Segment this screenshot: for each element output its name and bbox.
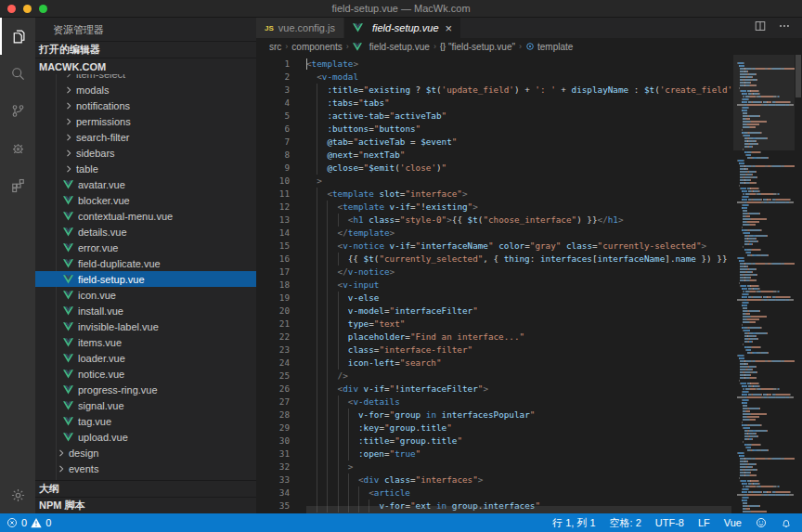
tree-item-avatar-vue[interactable]: avatar.vue [35, 176, 256, 192]
code-line-33[interactable]: 33 <div class="interfaces"> [256, 474, 802, 487]
tree-item-invisible-label-vue[interactable]: invisible-label.vue [35, 318, 256, 334]
code-line-18[interactable]: 18 <v-input [256, 279, 802, 292]
tree-item-loader-vue[interactable]: loader.vue [35, 350, 256, 366]
indent-guide [338, 318, 339, 331]
code-line-31[interactable]: 31 :open="true" [256, 448, 802, 461]
code-line-25[interactable]: 25 /> [256, 370, 802, 383]
minimap-slider[interactable] [733, 55, 795, 150]
code-line-6[interactable]: 6 :buttons="buttons" [256, 123, 802, 136]
minimap[interactable] [733, 55, 795, 513]
code-line-7[interactable]: 7 @tab="activeTab = $event" [256, 136, 802, 149]
activity-item-source-control[interactable] [0, 92, 35, 129]
split-editor-button[interactable] [754, 19, 767, 36]
code-line-3[interactable]: 3 :title="existing ? $t('update_field') … [256, 84, 802, 97]
tree-item-items-vue[interactable]: items.vue [35, 334, 256, 350]
status-language-mode[interactable]: Vue [724, 517, 742, 528]
section-npm-scripts[interactable]: NPM 脚本 [35, 497, 256, 513]
bell-icon[interactable] [781, 517, 792, 528]
tab-vue-config-js[interactable]: JSvue.config.js [256, 18, 343, 38]
status-eol[interactable]: LF [698, 517, 710, 528]
code-line-29[interactable]: 29 :key="group.title" [256, 422, 802, 435]
close-icon[interactable]: × [446, 22, 453, 34]
code-line-12[interactable]: 12 <template v-if="!existing"> [256, 201, 802, 214]
tree-item-notifications[interactable]: notifications [35, 97, 256, 113]
code-line-20[interactable]: 20 v-model="interfaceFilter" [256, 305, 802, 318]
section-open-editors[interactable]: 打开的编辑器 [35, 41, 256, 58]
code-line-5[interactable]: 5 :active-tab="activeTab" [256, 110, 802, 123]
code-line-28[interactable]: 28 v-for="group in interfacesPopular" [256, 409, 802, 422]
code-line-14[interactable]: 14 </template> [256, 227, 802, 240]
tree-item-signal-vue[interactable]: signal.vue [35, 397, 256, 413]
breadcrumb-item-template[interactable]: template [525, 42, 573, 52]
vertical-scrollbar-thumb[interactable] [796, 55, 801, 97]
tree-item-item-select[interactable]: item-select [35, 74, 256, 82]
code-line-22[interactable]: 22 placeholder="Find an interface..." [256, 331, 802, 344]
tree-item-modals[interactable]: modals [35, 82, 256, 97]
code-line-19[interactable]: 19 v-else [256, 292, 802, 305]
code-line-32[interactable]: 32 > [256, 461, 802, 474]
tree-item-events[interactable]: events [35, 461, 256, 476]
tree-item-install-vue[interactable]: install.vue [35, 303, 256, 318]
code-line-4[interactable]: 4 :tabs="tabs" [256, 97, 802, 110]
code-line-13[interactable]: 13 <h1 class="style-0">{{ $t("choose_int… [256, 214, 802, 227]
tree-item-field-setup-vue[interactable]: field-setup.vue [35, 271, 256, 287]
tree-item-design[interactable]: design [35, 445, 256, 461]
close-window-button[interactable] [7, 5, 16, 13]
activity-item-explorer[interactable] [0, 18, 35, 55]
activity-item-extensions[interactable] [0, 166, 35, 203]
breadcrumb-item-components[interactable]: components [291, 42, 342, 52]
code-line-17[interactable]: 17 </v-notice> [256, 266, 802, 279]
tree-item-notice-vue[interactable]: notice.vue [35, 366, 256, 382]
code-line-24[interactable]: 24 icon-left="search" [256, 357, 802, 370]
code-line-26[interactable]: 26 <div v-if="!interfaceFilter"> [256, 383, 802, 396]
tree-item-progress-ring-vue[interactable]: progress-ring.vue [35, 382, 256, 397]
tree-item-blocker-vue[interactable]: blocker.vue [35, 192, 256, 208]
code-line-16[interactable]: 16 {{ $t("currently_selected", { thing: … [256, 253, 802, 266]
tree-item-table[interactable]: table [35, 161, 256, 176]
tree-item-sidebars[interactable]: sidebars [35, 145, 256, 161]
tree-item-error-vue[interactable]: error.vue [35, 240, 256, 255]
status-encoding[interactable]: UTF-8 [655, 517, 684, 528]
tree-item-tag-vue[interactable]: tag.vue [35, 413, 256, 429]
activity-item-settings[interactable] [0, 476, 35, 513]
tree-item-search-filter[interactable]: search-filter [35, 129, 256, 145]
zoom-window-button[interactable] [39, 5, 47, 13]
section-outline[interactable]: 大纲 [35, 480, 256, 497]
code-line-9[interactable]: 9 @close="$emit('close')" [256, 162, 802, 175]
tree-item-field-duplicate-vue[interactable]: field-duplicate.vue [35, 255, 256, 271]
code-line-1[interactable]: 1<template> [256, 58, 802, 71]
code-line-30[interactable]: 30 :title="group.title" [256, 435, 802, 448]
status-cursor-position[interactable]: 行 1, 列 1 [552, 516, 595, 530]
tree-item-details-vue[interactable]: details.vue [35, 224, 256, 240]
status-indentation[interactable]: 空格: 2 [610, 516, 641, 530]
breadcrumb-item-field-setup-vue[interactable]: {}"field-setup.vue" [440, 42, 515, 52]
breadcrumb-item-src[interactable]: src [269, 42, 281, 52]
vertical-scrollbar[interactable] [795, 55, 802, 513]
more-actions-button[interactable] [778, 19, 791, 36]
code-line-23[interactable]: 23 class="interface-filter" [256, 344, 802, 357]
indent-guide [348, 474, 349, 487]
code-line-11[interactable]: 11 <template slot="interface"> [256, 188, 802, 201]
code-line-2[interactable]: 2 <v-modal [256, 71, 802, 84]
tree-item-permissions[interactable]: permissions [35, 113, 256, 129]
horizontal-scrollbar[interactable] [306, 506, 731, 513]
feedback-smiley-icon[interactable] [756, 517, 767, 528]
activity-item-search[interactable] [0, 55, 35, 92]
tree-item-upload-vue[interactable]: upload.vue [35, 429, 256, 445]
code-line-15[interactable]: 15 <v-notice v-if="interfaceName" color=… [256, 240, 802, 253]
section-project[interactable]: MACWK.COM [35, 58, 256, 74]
horizontal-scrollbar-thumb[interactable] [306, 506, 731, 513]
tab-field-setup-vue[interactable]: field-setup.vue× [344, 18, 460, 38]
tree-item-icon-vue[interactable]: icon.vue [35, 287, 256, 303]
code-line-8[interactable]: 8 @next="nextTab" [256, 149, 802, 162]
code-line-27[interactable]: 27 <v-details [256, 396, 802, 409]
code-editor[interactable]: 1<template>2 <v-modal3 :title="existing … [256, 55, 802, 513]
tree-item-contextual-menu-vue[interactable]: contextual-menu.vue [35, 208, 256, 224]
breadcrumb-item-field-setup-vue[interactable]: field-setup.vue [353, 42, 430, 52]
code-line-10[interactable]: 10 > [256, 175, 802, 188]
minimize-window-button[interactable] [23, 5, 32, 13]
code-line-21[interactable]: 21 type="text" [256, 318, 802, 331]
status-problems[interactable]: 0 0 [6, 517, 51, 528]
activity-item-debug[interactable] [0, 129, 35, 166]
code-line-34[interactable]: 34 <article [256, 487, 802, 500]
